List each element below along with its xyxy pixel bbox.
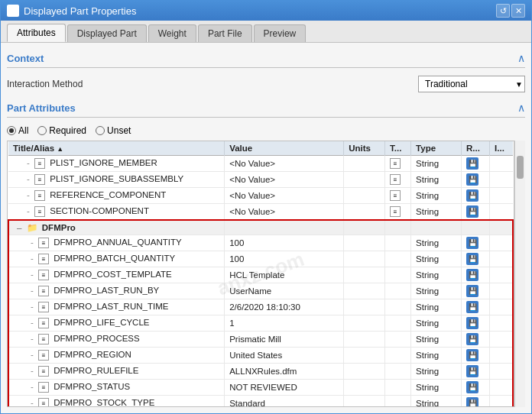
scrollbar[interactable] bbox=[514, 141, 525, 407]
tab-preview[interactable]: Preview bbox=[254, 24, 307, 42]
save-icon[interactable]: 💾 bbox=[466, 253, 478, 265]
cell-r: 💾 bbox=[462, 332, 490, 348]
cell-t bbox=[385, 396, 411, 408]
cell-i bbox=[490, 172, 513, 188]
doc-icon: ≡ bbox=[34, 158, 45, 169]
close-button[interactable]: ✕ bbox=[511, 4, 525, 18]
cell-type: String bbox=[411, 396, 462, 408]
save-icon[interactable]: 💾 bbox=[466, 365, 478, 377]
table-row-dfmpro-stocktype: - ≡ DFMPRO_STOCK_TYPE Standard String 💾 bbox=[8, 396, 513, 408]
table-header-row: Title/Alias ▲ Value Units T... Type R...… bbox=[8, 141, 513, 156]
attributes-table-container[interactable]: anxz.com Title/Alias ▲ Value Units T... … bbox=[7, 141, 514, 407]
col-t[interactable]: T... bbox=[385, 141, 411, 156]
doc-icon: ≡ bbox=[38, 366, 49, 377]
table-row-dfmpro-region: - ≡ DFMPRO_REGION United States String 💾 bbox=[8, 348, 513, 364]
part-attributes-collapse-icon[interactable]: ∧ bbox=[517, 102, 525, 114]
cell-name: - ≡ DFMPRO_STATUS bbox=[8, 380, 225, 396]
cell-name: - ≡ DFMPRO_REGION bbox=[8, 348, 225, 364]
save-icon[interactable]: 💾 bbox=[466, 285, 478, 297]
cell-t bbox=[385, 235, 411, 251]
table-row-dfmpro-group: – 📁 DFMPro bbox=[8, 220, 513, 235]
cell-units bbox=[344, 204, 385, 221]
cell-t: ≡ bbox=[385, 156, 411, 172]
sort-icon: ▲ bbox=[57, 145, 63, 153]
table-row: - ≡ PLIST_IGNORE_SUBASSEMBLY <No Value> … bbox=[8, 172, 513, 188]
cell-name: - ≡ DFMPRO_BATCH_QUANTITY bbox=[8, 251, 225, 267]
cell-type: String bbox=[411, 235, 462, 251]
cell-name: - ≡ DFMPRO_PROCESS bbox=[8, 332, 225, 348]
table-row: - ≡ REFERENCE_COMPONENT <No Value> ≡ Str… bbox=[8, 188, 513, 204]
col-value[interactable]: Value bbox=[225, 141, 344, 156]
cell-units bbox=[344, 235, 385, 251]
interaction-method-select[interactable]: Traditional ▼ bbox=[418, 76, 525, 92]
tree-dash: - bbox=[27, 174, 30, 183]
save-icon[interactable]: 💾 bbox=[466, 269, 478, 281]
cell-name: - ≡ REFERENCE_COMPONENT bbox=[8, 188, 225, 204]
doc-icon: ≡ bbox=[38, 302, 49, 312]
cell-units bbox=[344, 188, 385, 204]
table-row: - ≡ SECTION-COMPONENT <No Value> ≡ Strin… bbox=[8, 204, 513, 221]
tree-minus-icon[interactable]: – bbox=[17, 223, 21, 232]
col-units[interactable]: Units bbox=[344, 141, 385, 156]
save-icon[interactable]: 💾 bbox=[466, 397, 478, 407]
save-icon[interactable]: 💾 bbox=[466, 173, 478, 186]
radio-unset-label: Unset bbox=[107, 125, 131, 136]
save-icon[interactable]: 💾 bbox=[466, 317, 478, 329]
tab-attributes[interactable]: Attributes bbox=[7, 24, 66, 42]
cell-type: String bbox=[411, 299, 462, 315]
col-title-alias[interactable]: Title/Alias ▲ bbox=[8, 141, 225, 156]
cell-r: 💾 bbox=[462, 156, 490, 172]
radio-all[interactable]: All bbox=[7, 125, 28, 136]
cell-r: 💾 bbox=[462, 235, 490, 251]
doc-icon: ≡ bbox=[34, 206, 45, 217]
save-icon[interactable]: 💾 bbox=[466, 349, 478, 361]
cell-i bbox=[490, 156, 513, 172]
radio-required-circle bbox=[37, 126, 47, 135]
doc-icon: ≡ bbox=[38, 350, 49, 361]
tree-dash: - bbox=[27, 206, 30, 215]
cell-type: String bbox=[411, 332, 462, 348]
radio-required[interactable]: Required bbox=[37, 125, 86, 136]
tab-part-file[interactable]: Part File bbox=[198, 24, 252, 42]
radio-unset[interactable]: Unset bbox=[96, 125, 131, 136]
restore-button[interactable]: ↺ bbox=[496, 4, 510, 18]
save-icon[interactable]: 💾 bbox=[466, 333, 478, 345]
cell-units bbox=[344, 380, 385, 396]
svg-rect-3 bbox=[10, 13, 13, 15]
cell-i bbox=[490, 283, 513, 299]
save-icon[interactable]: 💾 bbox=[466, 205, 478, 218]
save-icon[interactable]: 💾 bbox=[466, 301, 478, 313]
save-icon[interactable]: 💾 bbox=[466, 381, 478, 393]
col-type[interactable]: Type bbox=[411, 141, 462, 156]
select-value: Traditional bbox=[425, 79, 468, 89]
doc-icon: ≡ bbox=[38, 238, 49, 248]
cell-t bbox=[385, 364, 411, 380]
context-collapse-icon[interactable]: ∧ bbox=[517, 52, 525, 64]
tree-dash: - bbox=[31, 302, 34, 311]
tab-displayed-part[interactable]: Displayed Part bbox=[67, 24, 147, 42]
part-attributes-section-header: Part Attributes ∧ bbox=[7, 99, 525, 118]
tree-dash: - bbox=[31, 366, 34, 375]
save-icon[interactable]: 💾 bbox=[466, 237, 478, 249]
save-icon[interactable]: 💾 bbox=[466, 157, 478, 170]
cell-dfmpro-r bbox=[462, 220, 490, 235]
cell-units bbox=[344, 315, 385, 332]
tree-dash: - bbox=[31, 398, 34, 407]
cell-value: NOT REVIEWED bbox=[225, 380, 344, 396]
table-row-dfmpro-rulefile: - ≡ DFMPRO_RULEFILE ALLNXRules.dfm Strin… bbox=[8, 364, 513, 380]
save-icon[interactable]: 💾 bbox=[466, 189, 478, 202]
tab-weight[interactable]: Weight bbox=[148, 24, 196, 42]
cell-i bbox=[490, 267, 513, 283]
cell-name: - ≡ DFMPRO_LIFE_CYCLE bbox=[8, 315, 225, 332]
table-row: - ≡ PLIST_IGNORE_MEMBER <No Value> ≡ Str… bbox=[8, 156, 513, 172]
cell-t bbox=[385, 251, 411, 267]
col-r[interactable]: R... bbox=[462, 141, 490, 156]
radio-unset-circle bbox=[96, 126, 105, 135]
cell-units bbox=[344, 267, 385, 283]
cell-dfmpro-name: – 📁 DFMPro bbox=[8, 220, 225, 235]
cell-name: - ≡ DFMPRO_LAST_RUN_TIME bbox=[8, 299, 225, 315]
cell-t bbox=[385, 299, 411, 315]
col-i[interactable]: I... bbox=[490, 141, 513, 156]
cell-i bbox=[490, 235, 513, 251]
cell-name: - ≡ DFMPRO_COST_TEMPLATE bbox=[8, 267, 225, 283]
